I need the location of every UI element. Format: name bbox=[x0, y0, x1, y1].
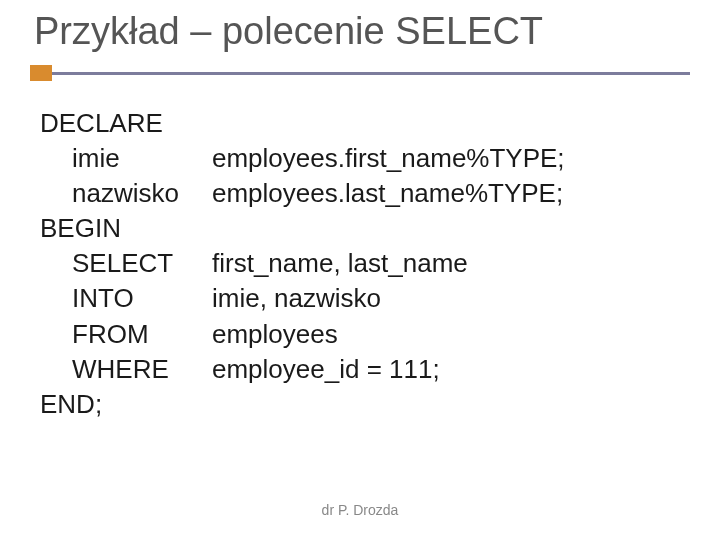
code-line: INTOimie, nazwisko bbox=[40, 281, 690, 316]
code-line: nazwiskoemployees.last_name%TYPE; bbox=[40, 176, 690, 211]
code-text: first_name, last_name bbox=[212, 246, 468, 281]
code-keyword: FROM bbox=[72, 317, 212, 352]
code-line: END; bbox=[40, 387, 690, 422]
code-text: employees.last_name%TYPE; bbox=[212, 176, 563, 211]
code-line: BEGIN bbox=[40, 211, 690, 246]
code-keyword: SELECT bbox=[72, 246, 212, 281]
code-keyword: INTO bbox=[72, 281, 212, 316]
code-line: WHEREemployee_id = 111; bbox=[40, 352, 690, 387]
slide-footer: dr P. Drozda bbox=[0, 502, 720, 518]
slide: Przykład – polecenie SELECT DECLARE imie… bbox=[0, 0, 720, 540]
code-text: employees bbox=[212, 317, 338, 352]
accent-box bbox=[30, 65, 52, 81]
code-line: DECLARE bbox=[40, 106, 690, 141]
title-divider bbox=[30, 65, 690, 81]
code-line: SELECTfirst_name, last_name bbox=[40, 246, 690, 281]
code-block: DECLARE imieemployees.first_name%TYPE; n… bbox=[30, 106, 690, 422]
code-keyword: nazwisko bbox=[72, 176, 212, 211]
code-text: employees.first_name%TYPE; bbox=[212, 141, 565, 176]
code-keyword: imie bbox=[72, 141, 212, 176]
code-line: FROMemployees bbox=[40, 317, 690, 352]
page-title: Przykład – polecenie SELECT bbox=[30, 10, 690, 53]
code-text: imie, nazwisko bbox=[212, 281, 381, 316]
code-text: employee_id = 111; bbox=[212, 352, 440, 387]
code-line: imieemployees.first_name%TYPE; bbox=[40, 141, 690, 176]
code-keyword: WHERE bbox=[72, 352, 212, 387]
divider-line bbox=[52, 72, 690, 75]
